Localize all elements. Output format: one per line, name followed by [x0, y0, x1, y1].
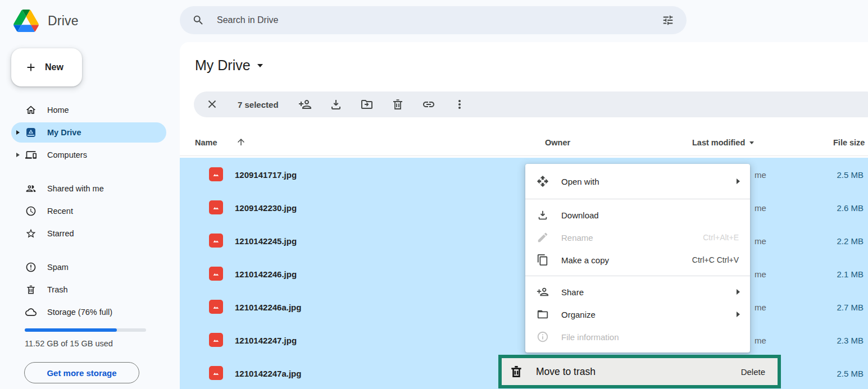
- more-actions-button[interactable]: [453, 98, 466, 111]
- home-icon: [25, 104, 37, 116]
- sidebar-item-storage[interactable]: Storage (76% full): [11, 302, 166, 322]
- star-icon: [25, 228, 37, 239]
- main-content: My Drive 7 selected: [180, 42, 868, 389]
- menu-item-share[interactable]: Share: [525, 281, 750, 303]
- file-row[interactable]: 1210142245.jpg me 2.2 MB: [180, 224, 868, 257]
- column-header-size[interactable]: File size: [833, 138, 865, 147]
- people-icon: [25, 183, 37, 194]
- clear-selection-button[interactable]: [206, 98, 219, 111]
- sidebar-nav: Home My Drive Computers: [0, 100, 180, 324]
- column-header-name[interactable]: Name: [195, 138, 217, 147]
- image-file-icon: [209, 333, 223, 347]
- my-drive-icon: [25, 127, 37, 138]
- search-options-icon[interactable]: [662, 14, 674, 26]
- image-file-icon: [209, 300, 223, 314]
- search-icon[interactable]: [192, 14, 204, 26]
- drive-logo-icon: [13, 10, 39, 32]
- table-header: Name Owner Last modified File size: [180, 132, 868, 156]
- expand-caret-icon[interactable]: [16, 153, 20, 157]
- trash-icon: [509, 364, 524, 379]
- file-row[interactable]: 1209141717.jpg me 2.5 MB: [180, 158, 868, 191]
- submenu-arrow-icon: [737, 312, 740, 317]
- open-with-icon: [537, 175, 549, 187]
- rename-icon: [537, 231, 549, 244]
- sidebar-item-computers[interactable]: Computers: [11, 145, 166, 165]
- plus-icon: [25, 61, 37, 74]
- image-file-icon: [209, 267, 223, 281]
- context-menu: Open with Download Rename Ctrl+Alt+E: [525, 164, 750, 353]
- folder-open-icon: [537, 308, 549, 321]
- menu-item-move-to-trash[interactable]: Move to trash Delete: [502, 358, 778, 385]
- expand-caret-icon[interactable]: [16, 130, 20, 135]
- search-input[interactable]: Search in Drive: [217, 15, 662, 25]
- sidebar-item-spam[interactable]: Spam: [11, 257, 166, 277]
- trash-button[interactable]: [391, 98, 405, 111]
- chevron-down-icon: [257, 64, 263, 67]
- file-row[interactable]: 1209142230.jpg me 2.6 MB: [180, 191, 868, 224]
- sidebar-item-my-drive[interactable]: My Drive: [11, 122, 166, 143]
- share-button[interactable]: [298, 98, 312, 111]
- menu-item-file-information: File information: [525, 326, 750, 348]
- search-bar[interactable]: Search in Drive: [180, 6, 687, 34]
- download-button[interactable]: [329, 98, 343, 111]
- storage-usage-text: 11.52 GB of 15 GB used: [25, 339, 113, 348]
- sidebar-item-recent[interactable]: Recent: [11, 201, 166, 221]
- submenu-arrow-icon: [737, 179, 740, 184]
- menu-item-rename: Rename Ctrl+Alt+E: [525, 226, 750, 249]
- image-file-icon: [209, 366, 223, 380]
- view-title-dropdown[interactable]: My Drive: [195, 57, 263, 74]
- sort-ascending-icon[interactable]: [236, 137, 246, 147]
- drive-logo: Drive: [0, 0, 180, 34]
- get-more-storage-button[interactable]: Get more storage: [24, 362, 139, 383]
- menu-item-organize[interactable]: Organize: [525, 303, 750, 326]
- column-header-modified[interactable]: Last modified: [692, 138, 754, 147]
- storage-progress-fill: [25, 328, 117, 332]
- sidebar-item-starred[interactable]: Starred: [11, 223, 166, 244]
- menu-item-download[interactable]: Download: [525, 204, 750, 226]
- submenu-arrow-icon: [737, 289, 740, 295]
- image-file-icon: [209, 234, 223, 248]
- info-icon: [537, 331, 549, 343]
- annotation-highlight-box: Move to trash Delete: [498, 355, 781, 388]
- move-to-folder-button[interactable]: [360, 98, 374, 111]
- column-header-owner[interactable]: Owner: [545, 138, 570, 147]
- sidebar: Drive New Home: [0, 0, 180, 389]
- share-person-add-icon: [537, 286, 549, 298]
- sort-descending-icon: [749, 141, 754, 144]
- copy-icon: [537, 254, 549, 266]
- image-file-icon: [209, 167, 223, 181]
- copy-link-button[interactable]: [422, 98, 435, 111]
- spam-icon: [25, 262, 37, 273]
- image-file-icon: [209, 200, 223, 214]
- app-title: Drive: [48, 13, 79, 29]
- download-icon: [537, 209, 549, 221]
- selection-toolbar: 7 selected: [194, 91, 868, 117]
- selection-count: 7 selected: [238, 100, 279, 109]
- sidebar-item-shared-with-me[interactable]: Shared with me: [11, 179, 166, 199]
- google-drive-window: Drive New Home: [0, 0, 868, 389]
- trash-icon: [25, 284, 37, 295]
- clock-icon: [25, 205, 37, 217]
- page-title: My Drive: [195, 57, 251, 74]
- file-row[interactable]: 1210142247.jpg me 2.3 MB: [180, 323, 868, 356]
- sidebar-item-home[interactable]: Home: [11, 100, 166, 120]
- sidebar-item-trash[interactable]: Trash: [11, 280, 166, 300]
- storage-progress-bar: [25, 328, 146, 332]
- file-row[interactable]: 1210142246a.jpg me 2.7 MB: [180, 290, 868, 323]
- menu-item-make-a-copy[interactable]: Make a copy Ctrl+C Ctrl+V: [525, 249, 750, 271]
- file-row[interactable]: 1210142246.jpg me 2.1 MB: [180, 257, 868, 290]
- computers-icon: [25, 149, 37, 161]
- new-button[interactable]: New: [11, 48, 82, 86]
- cloud-icon: [25, 306, 37, 318]
- menu-item-open-with[interactable]: Open with: [525, 168, 750, 194]
